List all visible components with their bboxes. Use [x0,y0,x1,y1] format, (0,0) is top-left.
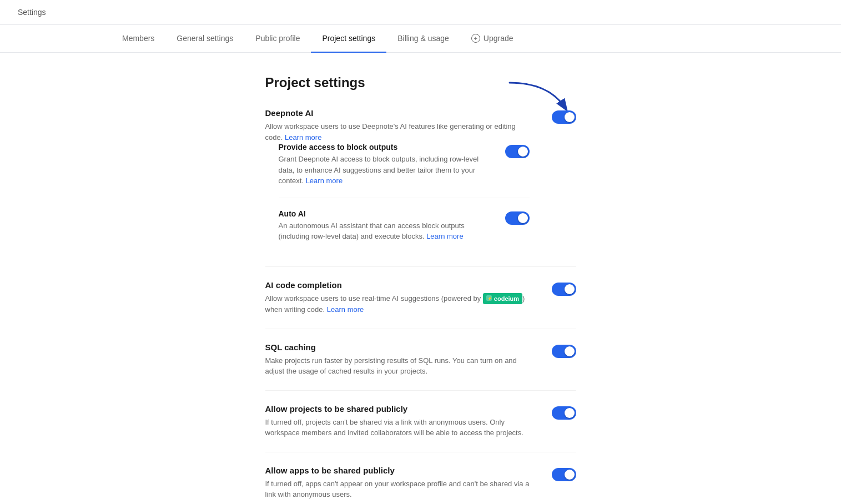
top-bar: Settings [0,0,841,25]
section-desc-shared-publicly: If turned off, projects can't be shared … [265,417,530,439]
section-desc-apps-shared-publicly: If turned off, apps can't appear on your… [265,478,530,500]
tab-label-billing-usage: Billing & usage [397,34,449,43]
sub-section-title-auto-ai: Auto AI [279,209,483,218]
codeium-badge: ⚡codeium [483,293,522,305]
tab-public-profile[interactable]: Public profile [244,25,311,53]
section-deepnote-ai: Deepnote AIAllow workspace users to use … [265,108,576,267]
sub-section-block-outputs: Provide access to block outputsGrant Dee… [279,143,530,198]
tab-label-project-settings: Project settings [322,34,375,43]
section-title-deepnote-ai: Deepnote AI [265,108,530,118]
tab-label-upgrade: Upgrade [484,34,513,43]
page-title: Project settings [265,75,576,90]
sub-section-auto-ai: Auto AIAn autonomous AI assistant that c… [279,209,530,253]
toggle-ai-code-completion[interactable] [552,283,576,296]
learn-more-deepnote-ai[interactable]: Learn more [285,133,321,142]
section-title-apps-shared-publicly: Allow apps to be shared publicly [265,466,530,475]
section-desc-deepnote-ai: Allow workspace users to use Deepnote's … [265,121,530,143]
section-shared-publicly: Allow projects to be shared publiclyIf t… [265,404,576,452]
section-title-sql-caching: SQL caching [265,342,530,352]
tab-billing-usage[interactable]: Billing & usage [386,25,460,53]
section-apps-shared-publicly: Allow apps to be shared publiclyIf turne… [265,466,576,504]
top-bar-label: Settings [18,8,46,17]
codeium-icon: ⚡ [486,294,492,304]
toggle-sql-caching[interactable] [552,345,576,358]
section-title-ai-code-completion: AI code completion [265,280,530,290]
settings-sections: Deepnote AIAllow workspace users to use … [265,108,576,504]
section-desc-sql-caching: Make projects run faster by persisting r… [265,355,530,377]
section-ai-code-completion: AI code completionAllow workspace users … [265,280,576,329]
section-sql-caching: SQL cachingMake projects run faster by p… [265,342,576,391]
learn-more-ai-code-completion[interactable]: Learn more [327,305,364,314]
sub-section-title-block-outputs: Provide access to block outputs [279,143,483,152]
tab-general-settings[interactable]: General settings [165,25,244,53]
tab-upgrade[interactable]: +Upgrade [460,25,525,53]
sub-section-desc-auto-ai: An autonomous AI assistant that can acce… [279,220,483,242]
nav-tabs: MembersGeneral settingsPublic profilePro… [0,25,841,53]
tab-members[interactable]: Members [111,25,165,53]
tab-label-general-settings: General settings [177,34,233,43]
sub-section-desc-block-outputs: Grant Deepnote AI access to block output… [279,154,483,187]
tab-label-public-profile: Public profile [255,34,300,43]
section-desc-ai-code-completion: Allow workspace users to use real-time A… [265,293,530,315]
toggle-apps-shared-publicly[interactable] [552,468,576,481]
toggle-deepnote-ai[interactable] [552,110,576,124]
codeium-label: codeium [494,294,519,304]
section-title-shared-publicly: Allow projects to be shared publicly [265,404,530,414]
toggle-block-outputs[interactable] [505,145,530,158]
sub-sections-deepnote-ai: Provide access to block outputsGrant Dee… [279,143,530,253]
learn-more-block-outputs[interactable]: Learn more [306,177,343,185]
learn-more-auto-ai[interactable]: Learn more [426,232,463,240]
main-content: Project settings Deepnote AIAllow worksp… [154,53,687,504]
tab-label-members: Members [122,34,154,43]
svg-text:⚡: ⚡ [487,296,492,301]
upgrade-icon: + [471,34,480,43]
toggle-auto-ai[interactable] [505,211,530,225]
toggle-shared-publicly[interactable] [552,406,576,420]
tab-project-settings[interactable]: Project settings [311,25,386,53]
